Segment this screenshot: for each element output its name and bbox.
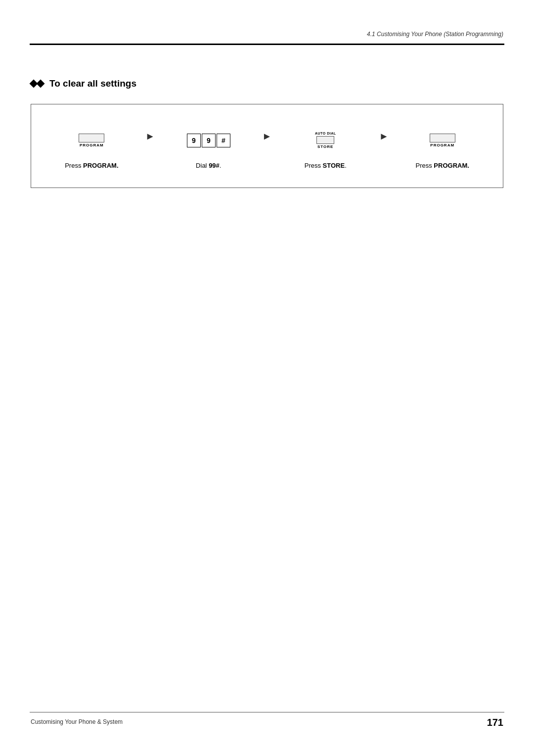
arrow-1: ► bbox=[142, 141, 158, 142]
step-1: PROGRAM Press PROGRAM. bbox=[41, 123, 142, 169]
step-3: AUTO DIAL STORE Press STORE. bbox=[275, 123, 376, 169]
step-1-label: Press PROGRAM. bbox=[65, 162, 118, 169]
header-rule bbox=[30, 44, 504, 45]
footer-left-text: Customising Your Phone & System bbox=[31, 718, 123, 725]
store-button-icon: AUTO DIAL STORE bbox=[315, 132, 336, 149]
arrow-3: ► bbox=[376, 141, 392, 142]
step-1-visual: PROGRAM bbox=[79, 123, 104, 158]
step-2: 9 9 # Dial 99#. bbox=[158, 123, 259, 169]
section-title-text: To clear all settings bbox=[49, 78, 136, 89]
step-3-label: Press STORE. bbox=[305, 162, 347, 169]
section-title: To clear all settings bbox=[31, 78, 136, 89]
footer-rule bbox=[30, 712, 504, 713]
step-2-label: Dial 99#. bbox=[196, 162, 221, 169]
step-3-visual: AUTO DIAL STORE bbox=[315, 123, 336, 158]
key-hash: # bbox=[217, 134, 230, 147]
program-button-icon-1: PROGRAM bbox=[79, 134, 104, 147]
diamonds-icon bbox=[31, 81, 44, 87]
arrow-2: ► bbox=[259, 141, 275, 142]
step-2-visual: 9 9 # bbox=[187, 123, 230, 158]
key-9b: 9 bbox=[202, 134, 216, 147]
program-button-icon-2: PROGRAM bbox=[430, 134, 455, 147]
step-4: PROGRAM Press PROGRAM. bbox=[392, 123, 493, 169]
steps-container: PROGRAM Press PROGRAM. ► 9 9 # Dial 99#. bbox=[31, 104, 503, 188]
step-4-label: Press PROGRAM. bbox=[416, 162, 469, 169]
instruction-box: PROGRAM Press PROGRAM. ► 9 9 # Dial 99#. bbox=[31, 104, 503, 188]
header-text: 4.1 Customising Your Phone (Station Prog… bbox=[367, 31, 503, 38]
keys-99hash: 9 9 # bbox=[187, 134, 230, 147]
footer-page-number: 171 bbox=[487, 717, 503, 728]
key-9a: 9 bbox=[187, 134, 201, 147]
step-4-visual: PROGRAM bbox=[430, 123, 455, 158]
